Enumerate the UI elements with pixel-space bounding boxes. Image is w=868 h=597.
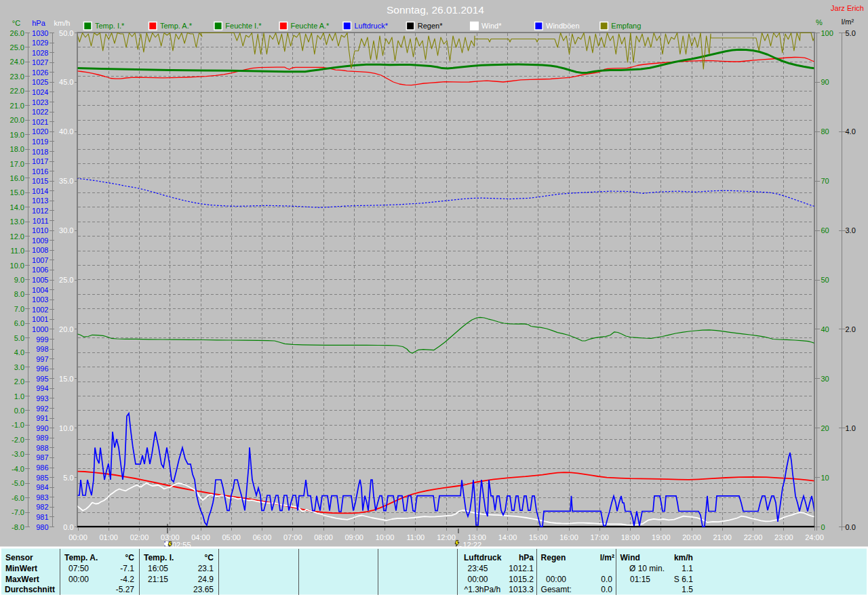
svg-text:-4.2: -4.2 — [120, 575, 134, 584]
svg-text:°C: °C — [12, 19, 20, 27]
svg-text:10.0: 10.0 — [59, 424, 73, 432]
svg-text:11.0: 11.0 — [10, 247, 24, 255]
svg-text:23.1: 23.1 — [198, 564, 214, 573]
svg-text:996: 996 — [36, 365, 48, 373]
svg-text:-1.0: -1.0 — [12, 421, 24, 429]
svg-text:5.0: 5.0 — [846, 29, 856, 37]
svg-text:15.0: 15.0 — [10, 188, 24, 197]
svg-text:14:00: 14:00 — [498, 533, 517, 541]
svg-text:1001: 1001 — [32, 315, 48, 323]
svg-text:1003: 1003 — [32, 295, 48, 304]
svg-text:23:45: 23:45 — [468, 564, 488, 573]
svg-text:5.0: 5.0 — [63, 474, 73, 482]
svg-text:02:00: 02:00 — [130, 533, 149, 541]
svg-text:23.65: 23.65 — [193, 585, 214, 594]
svg-text:1005: 1005 — [32, 276, 48, 284]
svg-text:-4.0: -4.0 — [12, 465, 24, 473]
svg-text:70: 70 — [821, 177, 829, 185]
svg-text:07:50: 07:50 — [68, 564, 89, 573]
svg-text:12:00: 12:00 — [437, 533, 456, 541]
svg-text:1009: 1009 — [32, 236, 48, 245]
svg-text:MaxWert: MaxWert — [5, 575, 39, 584]
svg-text:18:00: 18:00 — [621, 533, 640, 541]
svg-text:24.9: 24.9 — [198, 575, 214, 584]
svg-text:15.0: 15.0 — [59, 375, 73, 383]
svg-text:Temp. I.*: Temp. I.* — [95, 22, 125, 30]
svg-text:0.0: 0.0 — [846, 523, 856, 531]
svg-text:07:00: 07:00 — [283, 533, 302, 541]
svg-text:-3.0: -3.0 — [12, 450, 24, 458]
svg-text:21:15: 21:15 — [148, 575, 168, 584]
svg-text:994: 994 — [36, 384, 48, 392]
svg-text:1012.1: 1012.1 — [509, 564, 534, 573]
svg-text:19.0: 19.0 — [10, 131, 24, 139]
svg-text:1024: 1024 — [32, 88, 48, 96]
svg-text:Sonntag, 26.01.2014: Sonntag, 26.01.2014 — [387, 4, 484, 16]
svg-text:981: 981 — [36, 513, 48, 521]
svg-text:00:00: 00:00 — [546, 575, 566, 584]
svg-text:Gesamt:: Gesamt: — [541, 585, 572, 594]
svg-text:-8.0: -8.0 — [12, 523, 24, 531]
svg-text:1019: 1019 — [32, 138, 48, 146]
svg-text:-7.0: -7.0 — [12, 508, 24, 516]
svg-text:1029: 1029 — [32, 39, 48, 47]
svg-text:Luftdruck*: Luftdruck* — [354, 22, 388, 30]
svg-text:22:00: 22:00 — [744, 533, 763, 541]
svg-text:90: 90 — [821, 78, 829, 86]
svg-text:km/h: km/h — [674, 553, 693, 562]
svg-text:Feuchte I.*: Feuchte I.* — [225, 22, 262, 30]
svg-text:Temp. A.: Temp. A. — [64, 553, 98, 562]
svg-text:16.0: 16.0 — [10, 174, 24, 182]
svg-text:40: 40 — [821, 325, 829, 333]
svg-text:26.0: 26.0 — [10, 29, 24, 37]
svg-text:°C: °C — [205, 553, 214, 562]
svg-text:Jarz Erich: Jarz Erich — [831, 4, 864, 12]
svg-text:4.0: 4.0 — [846, 127, 856, 136]
svg-text:45.0: 45.0 — [59, 78, 73, 86]
svg-text:2.0: 2.0 — [846, 325, 856, 333]
svg-text:hPa: hPa — [519, 553, 534, 562]
svg-text:990: 990 — [36, 424, 48, 432]
svg-text:20.0: 20.0 — [10, 116, 24, 124]
svg-text:00:00: 00:00 — [68, 533, 87, 541]
svg-text:984: 984 — [36, 483, 48, 491]
svg-text:1026: 1026 — [32, 68, 48, 77]
svg-text:20:00: 20:00 — [682, 533, 701, 541]
svg-text:999: 999 — [36, 335, 48, 344]
svg-text:60: 60 — [821, 226, 829, 234]
svg-text:1027: 1027 — [32, 58, 48, 66]
svg-text:100: 100 — [821, 29, 833, 37]
svg-text:998: 998 — [36, 345, 48, 353]
svg-text:1012: 1012 — [32, 207, 48, 215]
svg-text:22.0: 22.0 — [10, 87, 24, 95]
svg-text:2.0: 2.0 — [14, 377, 24, 386]
svg-text:hPa: hPa — [32, 19, 45, 27]
svg-text:12.0: 12.0 — [10, 232, 24, 241]
svg-text:Temp. A.*: Temp. A.* — [160, 22, 193, 30]
svg-text:02:55: 02:55 — [172, 541, 191, 549]
svg-text:1.0: 1.0 — [14, 392, 24, 400]
svg-text:1.5: 1.5 — [682, 585, 693, 594]
svg-text:20: 20 — [821, 424, 829, 432]
svg-text:08:00: 08:00 — [314, 533, 333, 541]
svg-text:80: 80 — [821, 127, 829, 136]
svg-text:Feuchte A.*: Feuchte A.* — [291, 22, 330, 30]
svg-text:Wind*: Wind* — [481, 22, 502, 30]
svg-text:995: 995 — [36, 375, 48, 383]
svg-text:24.0: 24.0 — [10, 58, 24, 66]
svg-text:30: 30 — [821, 375, 829, 383]
svg-text:14.0: 14.0 — [10, 203, 24, 211]
svg-text:00:00: 00:00 — [468, 575, 488, 584]
svg-text:8.0: 8.0 — [14, 290, 24, 298]
svg-text:7.0: 7.0 — [14, 305, 24, 313]
svg-text:1025: 1025 — [32, 78, 48, 86]
svg-text:1007: 1007 — [32, 256, 48, 264]
svg-text:16:05: 16:05 — [148, 564, 168, 573]
svg-text:0: 0 — [821, 523, 825, 531]
svg-text:1013: 1013 — [32, 197, 48, 205]
svg-text:12:22: 12:22 — [463, 541, 482, 549]
svg-text:10.0: 10.0 — [10, 262, 24, 270]
svg-text:15:00: 15:00 — [529, 533, 548, 541]
svg-text:986: 986 — [36, 464, 48, 472]
svg-text:3.0: 3.0 — [14, 363, 24, 371]
